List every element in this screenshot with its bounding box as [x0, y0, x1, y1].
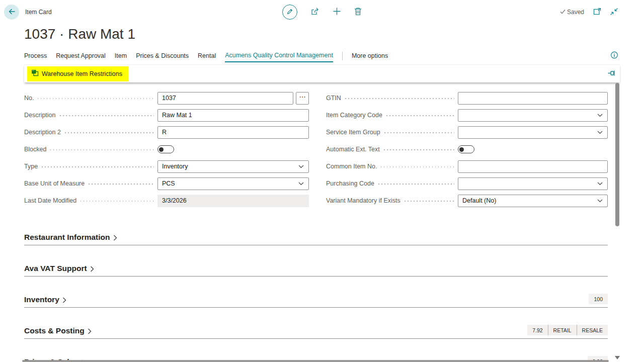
page-caption: Item Card: [25, 9, 52, 16]
field-label: No.: [24, 95, 34, 102]
field-label: Purchasing Code: [326, 180, 374, 187]
delete-button[interactable]: [354, 7, 362, 17]
warehouse-item-restrictions-button[interactable]: Warehouse Item Restrictions: [27, 66, 128, 81]
field-label: GTIN: [326, 95, 341, 102]
more-options-button[interactable]: More options: [352, 52, 388, 59]
section-inventory: Inventory100: [24, 277, 608, 308]
share-button[interactable]: [310, 7, 319, 17]
chevron-right-icon: [62, 297, 66, 303]
field-readonly-last-date-modified: 3/3/2026: [157, 195, 309, 207]
field-input-no[interactable]: [157, 92, 293, 105]
center-toolbar: [282, 0, 362, 24]
dotted-leader: [60, 115, 154, 116]
chevron-down-icon: [298, 180, 304, 187]
field-input-description-2[interactable]: [157, 126, 309, 139]
page: { "header": { "caption": "Item Card", "s…: [0, 0, 644, 362]
summary-badge: RETAIL: [548, 325, 577, 335]
section-header-inventory[interactable]: Inventory: [24, 295, 66, 304]
dotted-leader: [381, 166, 454, 167]
field-select-variant-mandatory-if-exists[interactable]: Default (No): [458, 195, 608, 207]
tab-prices-discounts[interactable]: Prices & Discounts: [136, 49, 189, 62]
field-select-service-item-group[interactable]: [458, 126, 608, 139]
toggle-automatic-ext-text[interactable]: [458, 145, 474, 153]
field-row-base-unit-of-measure: Base Unit of MeasurePCS: [24, 177, 309, 190]
field-row-blocked: Blocked: [24, 143, 309, 156]
field-label: Automatic Ext. Text: [326, 146, 380, 153]
back-button[interactable]: [4, 5, 19, 20]
field-row-automatic-ext-text: Automatic Ext. Text: [326, 143, 608, 156]
select-value: Default (No): [462, 197, 496, 204]
summary-badge: RESALE: [577, 325, 608, 335]
tab-request-approval[interactable]: Request Approval: [56, 49, 106, 62]
section-header-restaurant-information[interactable]: Restaurant Information: [24, 233, 117, 242]
dotted-leader: [80, 201, 154, 202]
section-header-costs-posting[interactable]: Costs & Posting: [24, 326, 92, 335]
chevron-right-icon: [113, 235, 117, 241]
field-select-base-unit-of-measure[interactable]: PCS: [157, 177, 309, 190]
info-button[interactable]: [610, 51, 618, 61]
horizontal-scrollbar-thumb[interactable]: [22, 360, 609, 362]
fasttab-sections: Restaurant InformationAva VAT SupportInv…: [24, 214, 608, 362]
top-bar: Item Card Saved: [0, 0, 644, 24]
field-label: Base Unit of Measure: [24, 180, 85, 187]
collapse-window-button[interactable]: [610, 8, 618, 17]
field-row-variant-mandatory-if-exists: Variant Mandatory if ExistsDefault (No): [326, 194, 608, 207]
section-costs-posting: Costs & Posting7.92RETAILRESALE: [24, 308, 608, 339]
checkmark-icon: [560, 9, 566, 16]
card-content: No.⋯DescriptionDescription 2BlockedTypeI…: [0, 92, 644, 362]
share-icon: [310, 7, 319, 17]
field-input-description[interactable]: [157, 109, 309, 122]
vertical-scrollbar[interactable]: [615, 66, 620, 362]
tab-divider: [342, 52, 343, 60]
dotted-leader: [384, 132, 454, 133]
section-title: Costs & Posting: [24, 326, 85, 335]
back-arrow-icon: [8, 8, 16, 17]
toggle-knob: [459, 147, 464, 152]
section-prices-sales: Prices & Sales0.00: [24, 339, 608, 362]
field-label: Item Category Code: [326, 112, 382, 119]
chevron-down-icon: [597, 129, 603, 136]
section-header-ava-vat-support[interactable]: Ava VAT Support: [24, 264, 94, 273]
chevron-down-icon: [597, 112, 603, 119]
field-input-gtin[interactable]: [458, 92, 608, 105]
open-in-new-window-button[interactable]: [593, 8, 601, 17]
tab-rental[interactable]: Rental: [198, 49, 216, 62]
field-row-item-category-code: Item Category Code: [326, 109, 608, 122]
dotted-leader: [38, 98, 154, 99]
select-value: Inventory: [162, 163, 188, 170]
ribbon-tabs: ProcessRequest ApprovalItemPrices & Disc…: [24, 49, 333, 62]
field-select-purchasing-code[interactable]: [458, 177, 608, 190]
field-row-type: TypeInventory: [24, 160, 309, 173]
tab-acumens-quality-control-management[interactable]: Acumens Quality Control Management: [225, 49, 333, 62]
dotted-leader: [65, 132, 154, 133]
field-row-common-item-no: Common Item No.: [326, 160, 608, 173]
toggle-blocked[interactable]: [157, 145, 174, 153]
field-select-type[interactable]: Inventory: [157, 160, 309, 173]
section-title: Ava VAT Support: [24, 264, 87, 273]
chevron-down-icon: [597, 197, 603, 204]
new-button[interactable]: [333, 7, 341, 17]
top-right-cluster: Saved: [560, 0, 618, 24]
assist-edit-button[interactable]: ⋯: [296, 92, 309, 105]
summary-badge: 7.92: [527, 325, 547, 335]
dotted-leader: [89, 184, 154, 185]
field-row-last-date-modified: Last Date Modified3/3/2026: [24, 194, 309, 207]
scroll-down-arrow-icon[interactable]: [615, 356, 620, 359]
vertical-scrollbar-thumb[interactable]: [615, 83, 619, 226]
dotted-leader: [345, 98, 454, 99]
field-label: Service Item Group: [326, 129, 380, 136]
summary-badge: 100: [589, 294, 608, 304]
field-label: Last Date Modified: [24, 197, 76, 204]
tab-process[interactable]: Process: [24, 49, 47, 62]
dotted-leader: [42, 166, 154, 167]
tab-item[interactable]: Item: [115, 49, 127, 62]
edit-button[interactable]: [282, 5, 297, 20]
field-select-item-category-code[interactable]: [458, 109, 608, 122]
collapse-arrows-icon: [610, 8, 618, 17]
field-input-common-item-no[interactable]: [458, 160, 608, 173]
field-row-purchasing-code: Purchasing Code: [326, 177, 608, 190]
dotted-leader: [50, 149, 154, 150]
dotted-leader: [378, 184, 454, 185]
field-label: Variant Mandatory if Exists: [326, 197, 400, 204]
field-label: Blocked: [24, 146, 46, 153]
